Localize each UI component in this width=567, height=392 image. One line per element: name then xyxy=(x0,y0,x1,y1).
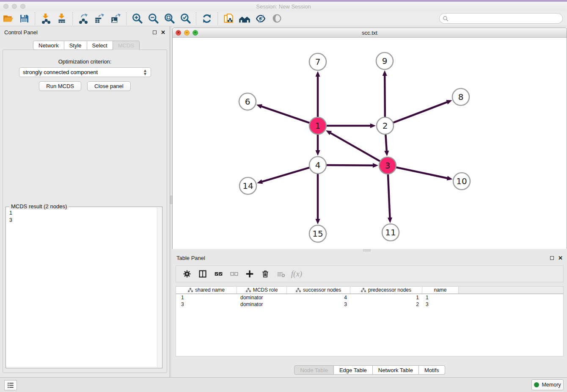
main-toolbar xyxy=(0,11,567,26)
tab-mcds[interactable]: MCDS xyxy=(113,41,140,50)
table-cell[interactable]: 1 xyxy=(176,295,237,301)
network-maximize-button[interactable]: + xyxy=(193,30,198,36)
import-table-icon[interactable] xyxy=(54,12,70,25)
table-cell[interactable]: dominator xyxy=(237,301,287,307)
tab-style[interactable]: Style xyxy=(64,41,87,50)
select-all-columns-icon[interactable] xyxy=(212,268,224,280)
table-row[interactable]: 3dominator323 xyxy=(176,301,563,308)
table-panel: Table Panel ✕ f(x) shared nameMCDS roles… xyxy=(172,252,567,377)
graph-edge[interactable] xyxy=(388,173,390,218)
graph-edge[interactable] xyxy=(330,133,381,162)
graph-edge[interactable] xyxy=(385,75,385,118)
float-table-panel-icon[interactable] xyxy=(550,256,554,260)
table-cell[interactable]: 3 xyxy=(287,301,350,307)
delete-column-trash-icon[interactable] xyxy=(259,268,271,280)
export-network-icon[interactable] xyxy=(75,12,91,25)
table-cell[interactable]: 1 xyxy=(350,295,422,301)
save-session-icon[interactable] xyxy=(16,12,32,25)
unselect-all-columns-icon[interactable] xyxy=(228,268,240,280)
close-panel-icon[interactable]: ✕ xyxy=(161,30,165,35)
horizontal-splitter[interactable] xyxy=(172,249,567,252)
task-history-button[interactable] xyxy=(4,380,17,390)
list-icon xyxy=(7,381,14,389)
zoom-selected-icon[interactable] xyxy=(177,12,193,25)
network-view-window: ✕ − + scc.txt 1234678910111415 xyxy=(172,28,567,249)
table-cell[interactable]: 1 xyxy=(422,295,459,301)
zoom-in-icon[interactable] xyxy=(129,12,145,25)
graph-node-label: 1 xyxy=(315,121,321,131)
tab-select[interactable]: Select xyxy=(87,41,113,50)
import-network-icon[interactable] xyxy=(38,12,54,25)
search-input[interactable] xyxy=(450,16,562,22)
column-header-MCDS-role[interactable]: MCDS role xyxy=(237,287,287,293)
tab-network-table[interactable]: Network Table xyxy=(373,365,419,375)
criterion-select[interactable]: strongly connected component ▲▼ xyxy=(19,67,151,77)
zoom-out-icon[interactable] xyxy=(145,12,161,25)
graph-edge[interactable] xyxy=(392,102,448,123)
clone-network-icon[interactable] xyxy=(220,12,237,25)
table-cell[interactable]: 4 xyxy=(287,295,350,301)
mcds-result-text[interactable]: 1 3 xyxy=(7,209,157,367)
float-panel-icon[interactable] xyxy=(153,30,157,34)
graph-edge-arrow xyxy=(384,151,389,156)
zoom-fit-icon[interactable] xyxy=(161,12,177,25)
column-header-predecessor-nodes[interactable]: predecessor nodes xyxy=(350,287,422,293)
tab-motifs[interactable]: Motifs xyxy=(419,365,445,375)
close-panel-button[interactable]: Close panel xyxy=(87,81,131,91)
graph-edge[interactable] xyxy=(385,133,387,152)
table-tabs: Node Table Edge Table Network Table Moti… xyxy=(172,365,567,375)
table-settings-gear-icon[interactable] xyxy=(181,268,193,280)
memory-label: Memory xyxy=(542,382,561,388)
column-header-name[interactable]: name xyxy=(422,287,459,293)
graphics-details-icon[interactable] xyxy=(253,12,269,25)
toolbar-separator xyxy=(217,12,218,25)
create-column-icon[interactable] xyxy=(244,268,256,280)
function-builder-icon: f(x) xyxy=(291,268,303,280)
export-table-icon[interactable] xyxy=(91,12,107,25)
toolbar-separator xyxy=(35,12,35,25)
table-body[interactable]: 1dominator4113dominator323 xyxy=(176,294,564,356)
hierarchy-icon xyxy=(188,288,193,293)
search-icon xyxy=(443,16,449,22)
search-box[interactable] xyxy=(439,13,563,24)
show-columns-icon[interactable] xyxy=(197,268,209,280)
run-mcds-button[interactable]: Run MCDS xyxy=(39,81,81,91)
open-session-icon[interactable] xyxy=(0,12,16,25)
tab-node-table[interactable]: Node Table xyxy=(294,365,334,375)
graph-edge[interactable] xyxy=(325,165,374,166)
export-image-icon[interactable] xyxy=(107,12,124,25)
refresh-view-icon[interactable] xyxy=(199,12,215,25)
table-cell[interactable]: 3 xyxy=(422,301,459,307)
graph-node-label: 14 xyxy=(242,181,253,191)
column-header-shared-name[interactable]: shared name xyxy=(176,287,237,293)
close-table-panel-icon[interactable]: ✕ xyxy=(558,255,563,261)
result-scrollbar[interactable] xyxy=(157,207,162,367)
table-row[interactable]: 1dominator411 xyxy=(176,294,563,301)
table-toolbar: f(x) xyxy=(176,265,564,282)
control-panel-tabs: Network Style Select MCDS xyxy=(33,41,140,50)
graph-edge[interactable] xyxy=(261,167,311,182)
fit-content-icon[interactable] xyxy=(237,12,253,25)
network-minimize-button[interactable]: − xyxy=(184,30,190,36)
network-window-titlebar[interactable]: ✕ − + scc.txt xyxy=(173,28,567,38)
graph-svg: 1234678910111415 xyxy=(173,38,567,249)
app-title: Session: New Session xyxy=(0,3,567,10)
tab-network[interactable]: Network xyxy=(33,41,64,50)
table-cell[interactable]: dominator xyxy=(237,295,287,301)
optimization-criterion-label: Optimization criterion: xyxy=(3,58,167,65)
graph-edge-arrow xyxy=(370,124,376,128)
table-cell[interactable]: 2 xyxy=(350,301,422,307)
graph-node-label: 4 xyxy=(315,160,321,170)
network-canvas[interactable]: 1234678910111415 xyxy=(173,38,567,249)
birdseye-view-icon[interactable] xyxy=(269,12,285,25)
toolbar-separator xyxy=(126,12,127,25)
graph-edge-arrow xyxy=(256,104,262,108)
column-header-successor-nodes[interactable]: successor nodes xyxy=(287,287,350,293)
memory-button[interactable]: Memory xyxy=(531,379,564,390)
graph-edge[interactable] xyxy=(261,106,311,123)
delete-table-icon xyxy=(275,268,287,280)
network-close-button[interactable]: ✕ xyxy=(176,30,181,36)
tab-edge-table[interactable]: Edge Table xyxy=(334,365,373,375)
table-cell[interactable]: 3 xyxy=(176,301,237,307)
graph-edge[interactable] xyxy=(395,167,448,178)
